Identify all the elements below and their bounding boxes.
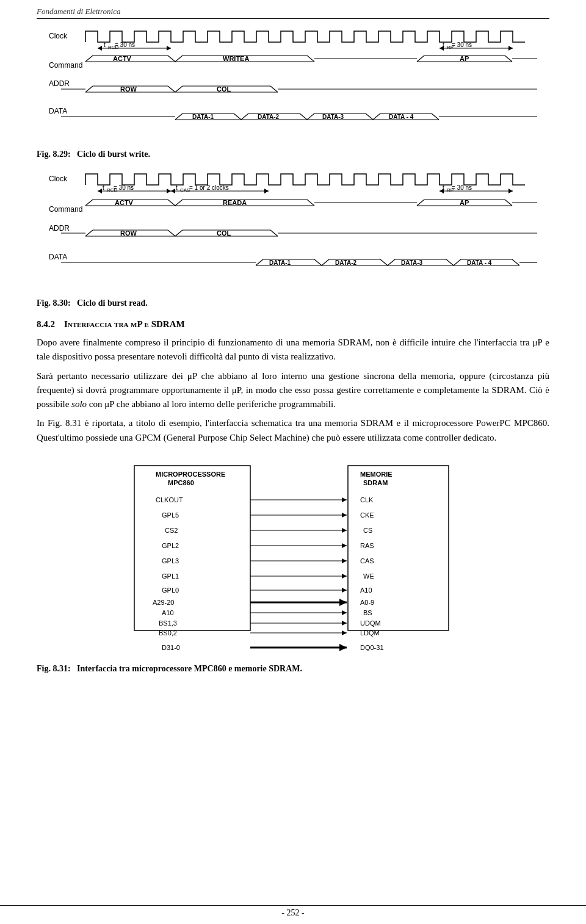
paragraph-2: Sarà pertanto necessario utilizzare dei … bbox=[37, 369, 549, 412]
fig31-caption: Fig. 8.31: Interfaccia tra microprocesso… bbox=[37, 664, 549, 674]
svg-text:ACTV: ACTV bbox=[113, 55, 132, 62]
svg-text:t: t bbox=[443, 42, 444, 48]
section-num: 8.4.2 bbox=[37, 319, 55, 329]
svg-text:CAS: CAS bbox=[360, 557, 374, 565]
svg-marker-196 bbox=[339, 644, 347, 651]
section-label: Interfaccia tra μP e SDRAM bbox=[64, 319, 185, 329]
fig30-text: Ciclo di burst read. bbox=[77, 298, 148, 308]
section-title: 8.4.2 Interfaccia tra μP e SDRAM bbox=[37, 319, 549, 330]
svg-text:= 30 ns: = 30 ns bbox=[452, 184, 472, 191]
fig29-diagram-area: Clock t RCD = 30 ns t RP = 30 ns Command bbox=[37, 25, 549, 147]
svg-text:CS2: CS2 bbox=[165, 527, 178, 534]
svg-text:BS: BS bbox=[363, 609, 372, 616]
svg-text:UDQM: UDQM bbox=[360, 619, 381, 627]
svg-text:= 30 ns: = 30 ns bbox=[452, 42, 472, 48]
svg-text:A10: A10 bbox=[162, 609, 174, 616]
svg-text:LDQM: LDQM bbox=[360, 629, 380, 637]
svg-text:Clock: Clock bbox=[49, 32, 68, 40]
svg-text:READA: READA bbox=[223, 199, 247, 206]
svg-text:MICROPROCESSORE: MICROPROCESSORE bbox=[156, 471, 225, 478]
svg-text:= 1 or 2 clocks: = 1 or 2 clocks bbox=[189, 184, 229, 191]
svg-text:Command: Command bbox=[49, 205, 82, 214]
svg-text:D31-0: D31-0 bbox=[162, 644, 180, 651]
paragraph-1: Dopo avere finalmente compreso il princi… bbox=[37, 336, 549, 364]
fig30-num: Fig. 8.30: bbox=[37, 298, 71, 308]
svg-text:ADDR: ADDR bbox=[49, 224, 70, 233]
paragraph-3: In Fig. 8.31 è riportata, a titolo di es… bbox=[37, 416, 549, 445]
page-number: - 252 - bbox=[281, 908, 304, 917]
svg-text:t: t bbox=[443, 184, 444, 191]
svg-text:DATA-1: DATA-1 bbox=[192, 114, 214, 120]
svg-text:GPL5: GPL5 bbox=[162, 511, 179, 519]
svg-text:DATA: DATA bbox=[49, 107, 67, 115]
fig31-diagram-area: MICROPROCESSORE MPC860 CLKOUT GPL5 CS2 G… bbox=[37, 453, 549, 643]
svg-text:A29-20: A29-20 bbox=[153, 599, 174, 606]
fig29-caption: Fig. 8.29: Ciclo di burst write. bbox=[37, 150, 549, 159]
svg-text:A0-9: A0-9 bbox=[360, 599, 374, 606]
svg-text:GPL2: GPL2 bbox=[162, 542, 179, 549]
svg-rect-143 bbox=[134, 466, 250, 630]
fig31-svg: MICROPROCESSORE MPC860 CLKOUT GPL5 CS2 G… bbox=[122, 453, 464, 643]
svg-text:DATA-2: DATA-2 bbox=[258, 114, 280, 120]
svg-text:WRITEA: WRITEA bbox=[223, 55, 249, 62]
svg-text:t: t bbox=[176, 184, 178, 191]
svg-text:ACTV: ACTV bbox=[115, 199, 134, 206]
svg-text:= 30 ns: = 30 ns bbox=[115, 42, 135, 48]
svg-text:DATA-3: DATA-3 bbox=[322, 114, 344, 120]
footer: - 252 - bbox=[0, 905, 586, 918]
fig29-num: Fig. 8.29: bbox=[37, 150, 71, 159]
svg-text:WE: WE bbox=[363, 572, 374, 580]
svg-text:DATA-1: DATA-1 bbox=[269, 259, 291, 266]
svg-text:t: t bbox=[104, 42, 106, 48]
fig30-caption: Fig. 8.30: Ciclo di burst read. bbox=[37, 298, 549, 308]
fig29-text: Ciclo di burst write. bbox=[77, 150, 150, 159]
svg-text:GPL3: GPL3 bbox=[162, 557, 179, 565]
svg-text:CLK: CLK bbox=[360, 496, 374, 504]
fig31-num: Fig. 8.31: bbox=[37, 664, 71, 673]
svg-text:DATA-2: DATA-2 bbox=[335, 259, 357, 266]
fig31-text: Interfaccia tra microprocessore MPC860 e… bbox=[77, 664, 302, 673]
svg-text:CLKOUT: CLKOUT bbox=[156, 496, 183, 504]
fig31-extra: D31-0 DQ0-31 bbox=[37, 639, 549, 660]
svg-text:MEMORIE: MEMORIE bbox=[360, 471, 392, 478]
svg-text:AP: AP bbox=[460, 199, 469, 206]
svg-text:DATA - 4: DATA - 4 bbox=[389, 114, 414, 120]
svg-text:COL: COL bbox=[217, 85, 231, 93]
svg-text:BS0,2: BS0,2 bbox=[159, 629, 177, 637]
svg-text:Clock: Clock bbox=[49, 175, 68, 183]
svg-text:CAS: CAS bbox=[180, 187, 190, 193]
svg-text:COL: COL bbox=[217, 229, 231, 237]
svg-text:A10: A10 bbox=[360, 587, 372, 594]
svg-text:MPC860: MPC860 bbox=[168, 479, 194, 486]
svg-text:t: t bbox=[103, 184, 104, 191]
svg-text:BS1,3: BS1,3 bbox=[159, 619, 177, 627]
svg-text:DQ0-31: DQ0-31 bbox=[360, 644, 384, 651]
fig30-svg: Clock t RCD = 30 ns t CAS = 1 or 2 clock… bbox=[43, 168, 543, 296]
fig29-svg: Clock t RCD = 30 ns t RP = 30 ns Command bbox=[43, 25, 543, 147]
page-container: Fondamenti di Elettronica Clock t RCD = … bbox=[0, 0, 586, 924]
header-title: Fondamenti di Elettronica bbox=[37, 7, 120, 16]
svg-text:GPL1: GPL1 bbox=[162, 572, 179, 580]
svg-text:ADDR: ADDR bbox=[49, 79, 70, 88]
svg-text:SDRAM: SDRAM bbox=[363, 479, 388, 486]
svg-text:ROW: ROW bbox=[120, 229, 137, 237]
svg-text:ROW: ROW bbox=[120, 85, 137, 93]
svg-text:Command: Command bbox=[49, 61, 82, 70]
svg-text:CS: CS bbox=[363, 527, 372, 534]
fig30-diagram-area: Clock t RCD = 30 ns t CAS = 1 or 2 clock… bbox=[37, 168, 549, 296]
svg-text:AP: AP bbox=[460, 55, 469, 62]
fig31-d-row: D31-0 DQ0-31 bbox=[122, 639, 464, 660]
svg-text:GPL0: GPL0 bbox=[162, 587, 179, 594]
svg-text:CKE: CKE bbox=[360, 511, 374, 519]
svg-text:RAS: RAS bbox=[360, 542, 374, 549]
svg-text:= 30 ns: = 30 ns bbox=[114, 184, 134, 191]
svg-text:DATA: DATA bbox=[49, 253, 67, 261]
header-bar: Fondamenti di Elettronica bbox=[37, 6, 549, 19]
svg-text:DATA-3: DATA-3 bbox=[401, 259, 423, 266]
svg-text:DATA - 4: DATA - 4 bbox=[467, 259, 492, 266]
